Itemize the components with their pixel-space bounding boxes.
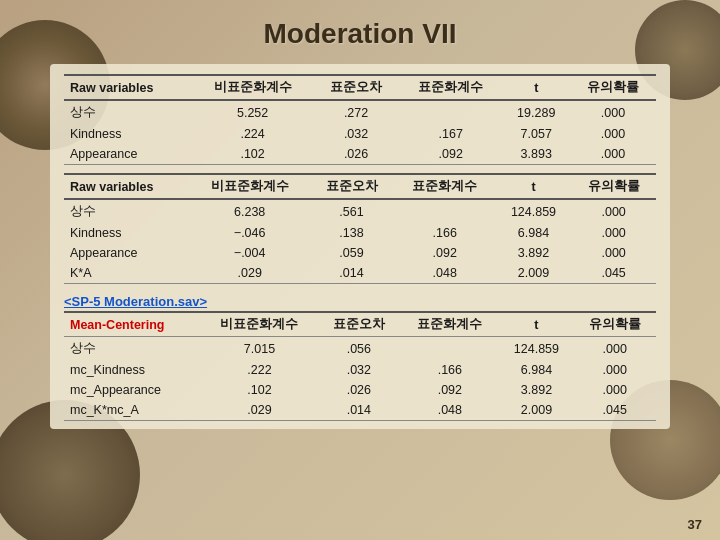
sp5-link[interactable]: <SP-5 Moderation.sav>	[64, 294, 207, 309]
table2-header-col5: t	[496, 174, 572, 199]
table3-row2-col1: .102	[201, 380, 317, 400]
table3-row3-col1: .029	[201, 400, 317, 421]
table2-header-col6: 유의확률	[571, 174, 656, 199]
table2-row0-col1: 6.238	[190, 199, 309, 223]
table3-header-col3: 표준오차	[318, 312, 401, 337]
table2-header-col4: 표준화계수	[394, 174, 496, 199]
table2-row0-col0: 상수	[64, 199, 190, 223]
table2-row2-col4: 3.892	[496, 243, 572, 263]
table1-row1-col4: 7.057	[502, 124, 569, 144]
table1-row0-col0: 상수	[64, 100, 192, 124]
table3-row1-col5: .000	[573, 360, 656, 380]
table2-row0-col4: 124.859	[496, 199, 572, 223]
link-table: <SP-5 Moderation.sav>	[64, 292, 656, 311]
table1-row1-col1: .224	[192, 124, 313, 144]
table1-row2-col1: .102	[192, 144, 313, 165]
table3-row2-col3: .092	[400, 380, 499, 400]
table2-row0-col3	[394, 199, 496, 223]
table2-row2-col5: .000	[571, 243, 656, 263]
table3-header-col1: Mean-Centering	[64, 312, 201, 337]
table3-row2-col0: mc_Appearance	[64, 380, 201, 400]
table1-header-col4: 표준화계수	[399, 75, 502, 100]
table3-row0-col1: 7.015	[201, 337, 317, 361]
table1-row0-col2: .272	[313, 100, 399, 124]
content-area: Raw variables 비표준화계수 표준오차 표준화계수 t 유의확률 상…	[50, 64, 670, 429]
table1-row2-col4: 3.893	[502, 144, 569, 165]
table2-row3-col0: K*A	[64, 263, 190, 284]
table3-header-col5: t	[500, 312, 574, 337]
table2-row3-col3: .048	[394, 263, 496, 284]
table2-row0-col5: .000	[571, 199, 656, 223]
table1-header-col2: 비표준화계수	[192, 75, 313, 100]
table3-row1-col0: mc_Kindness	[64, 360, 201, 380]
table2-row0-col2: .561	[309, 199, 394, 223]
table2-header-col1: Raw variables	[64, 174, 190, 199]
table2-row1-col3: .166	[394, 223, 496, 243]
table2-row1-col0: Kindness	[64, 223, 190, 243]
table3-row3-col3: .048	[400, 400, 499, 421]
table1-row2-col5: .000	[570, 144, 656, 165]
table1-row2-col2: .026	[313, 144, 399, 165]
table1-row1-col2: .032	[313, 124, 399, 144]
table3-row3-col0: mc_K*mc_A	[64, 400, 201, 421]
section-divider-1	[64, 165, 656, 173]
table3-row1-col4: 6.984	[500, 360, 574, 380]
table3-row3-col2: .014	[318, 400, 401, 421]
table1-header-col6: 유의확률	[570, 75, 656, 100]
table2-row2-col2: .059	[309, 243, 394, 263]
table3-row0-col5: .000	[573, 337, 656, 361]
table1-row1-col5: .000	[570, 124, 656, 144]
table3: Mean-Centering 비표준화계수 표준오차 표준화계수 t 유의확률 …	[64, 311, 656, 421]
table2-row3-col5: .045	[571, 263, 656, 284]
page-title: Moderation VII	[264, 18, 457, 50]
table1-header-col5: t	[502, 75, 569, 100]
table1-row1-col3: .167	[399, 124, 502, 144]
table3-header-col4: 표준화계수	[400, 312, 499, 337]
table2-row3-col2: .014	[309, 263, 394, 284]
table1-row2-col3: .092	[399, 144, 502, 165]
table2-row2-col0: Appearance	[64, 243, 190, 263]
table3-row3-col5: .045	[573, 400, 656, 421]
table3-row2-col5: .000	[573, 380, 656, 400]
page-number: 37	[688, 517, 702, 532]
table3-header-col2: 비표준화계수	[201, 312, 317, 337]
table3-row0-col0: 상수	[64, 337, 201, 361]
table2-row2-col3: .092	[394, 243, 496, 263]
table2-header-col3: 표준오차	[309, 174, 394, 199]
table2: Raw variables 비표준화계수 표준오차 표준화계수 t 유의확률 상…	[64, 173, 656, 284]
table1-row0-col4: 19.289	[502, 100, 569, 124]
table2-row2-col1: −.004	[190, 243, 309, 263]
table3-row0-col2: .056	[318, 337, 401, 361]
table3-row1-col1: .222	[201, 360, 317, 380]
main-content: Moderation VII Raw variables 비표준화계수 표준오차…	[0, 0, 720, 540]
table2-row3-col1: .029	[190, 263, 309, 284]
table2-row1-col2: .138	[309, 223, 394, 243]
table3-row2-col2: .026	[318, 380, 401, 400]
table3-header-col6: 유의확률	[573, 312, 656, 337]
table1-row0-col3	[399, 100, 502, 124]
table1-row0-col1: 5.252	[192, 100, 313, 124]
table1-header-col1: Raw variables	[64, 75, 192, 100]
table3-row3-col4: 2.009	[500, 400, 574, 421]
table3-row2-col4: 3.892	[500, 380, 574, 400]
table3-row0-col4: 124.859	[500, 337, 574, 361]
table3-row1-col2: .032	[318, 360, 401, 380]
table3-row1-col3: .166	[400, 360, 499, 380]
section-divider-2	[64, 284, 656, 292]
table2-row1-col4: 6.984	[496, 223, 572, 243]
table2-row1-col1: −.046	[190, 223, 309, 243]
table1-row1-col0: Kindness	[64, 124, 192, 144]
table3-row0-col3	[400, 337, 499, 361]
table2-header-col2: 비표준화계수	[190, 174, 309, 199]
table1-header-col3: 표준오차	[313, 75, 399, 100]
table1-row2-col0: Appearance	[64, 144, 192, 165]
table1: Raw variables 비표준화계수 표준오차 표준화계수 t 유의확률 상…	[64, 74, 656, 165]
table2-row1-col5: .000	[571, 223, 656, 243]
table1-row0-col5: .000	[570, 100, 656, 124]
table2-row3-col4: 2.009	[496, 263, 572, 284]
